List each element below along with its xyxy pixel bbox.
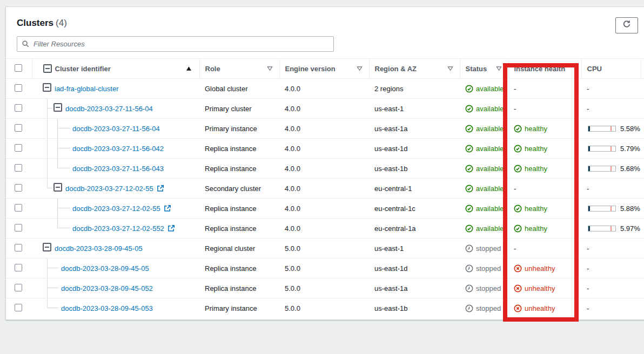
- row-checkbox[interactable]: [15, 84, 22, 92]
- check-circle-icon: [465, 205, 473, 213]
- status-text: available: [476, 85, 504, 93]
- row-checkbox[interactable]: [15, 224, 22, 232]
- cluster-identifier-link[interactable]: docdb-2023-03-28-09-45-05: [61, 264, 149, 273]
- tree-connector-vertical: [47, 298, 48, 308]
- row-checkbox[interactable]: [15, 164, 22, 172]
- table-row: docdb-2023-03-27-11-56-04Primary cluster…: [6, 99, 644, 119]
- tree-connector-horizontal: [57, 148, 70, 148]
- cpu-bar: [588, 166, 616, 172]
- status-badge: available: [460, 125, 508, 133]
- cluster-identifier-link[interactable]: docdb-2023-03-28-09-45-05: [55, 244, 143, 253]
- instance-health-empty: -: [508, 239, 581, 258]
- sort-icon[interactable]: [496, 65, 502, 73]
- status-text: available: [476, 224, 504, 233]
- overflow-cell: [641, 298, 644, 318]
- table-row: docdb-2023-03-28-09-45-053Primary instan…: [6, 298, 644, 318]
- check-circle-icon: [465, 105, 473, 113]
- tree-connector-vertical: [47, 278, 48, 298]
- cpu-threshold-tick: [611, 226, 612, 231]
- identifier-wrap: docdb-2023-03-28-09-45-053: [61, 298, 153, 318]
- table-header-row: Cluster identifier Role Engine version R…: [6, 59, 644, 79]
- collapse-row-toggle[interactable]: [53, 183, 62, 192]
- row-checkbox[interactable]: [15, 104, 22, 112]
- cpu-meter: 5.88%: [581, 205, 641, 213]
- cpu-threshold-tick: [611, 206, 612, 211]
- row-checkbox[interactable]: [15, 244, 22, 251]
- check-circle-icon: [465, 85, 473, 93]
- instance-health-empty: -: [508, 79, 581, 99]
- tree-cell: docdb-2023-03-27-11-56-043: [32, 159, 199, 178]
- cluster-identifier-link[interactable]: docdb-2023-03-27-11-56-04: [72, 125, 160, 133]
- instance-health-badge: healthy: [508, 224, 581, 233]
- status-badge: stopped: [460, 284, 508, 292]
- overflow-cell: [641, 159, 644, 179]
- cluster-identifier-link[interactable]: docdb-2023-03-27-11-56-043: [72, 165, 164, 173]
- column-header-role[interactable]: Role: [205, 65, 220, 73]
- x-circle-icon: [514, 304, 522, 312]
- cluster-identifier-link[interactable]: docdb-2023-03-28-09-45-052: [61, 284, 153, 292]
- cluster-identifier-link[interactable]: docdb-2023-03-27-11-56-04: [65, 105, 153, 113]
- identifier-wrap: docdb-2023-03-28-09-45-05: [55, 239, 143, 258]
- overflow-cell: [641, 258, 644, 278]
- region-value: us-east-1d: [374, 145, 407, 153]
- check-circle-icon: [514, 224, 522, 233]
- filter-input[interactable]: [17, 36, 334, 52]
- tree-guide-line: [47, 159, 48, 178]
- cluster-identifier-link[interactable]: docdb-2023-03-28-09-45-053: [61, 304, 153, 312]
- filter-container: [17, 36, 334, 52]
- instance-health-empty: -: [508, 99, 581, 119]
- status-badge: stopped: [460, 304, 508, 312]
- row-checkbox[interactable]: [15, 124, 22, 132]
- tree-connector-vertical: [47, 179, 48, 188]
- tree-cell: docdb-2023-03-27-12-02-55: [32, 199, 199, 218]
- overflow-cell: [641, 278, 644, 298]
- region-value: eu-central-1c: [374, 205, 415, 213]
- column-header-status[interactable]: Status: [466, 65, 487, 73]
- check-circle-icon: [514, 125, 522, 133]
- status-badge: available: [460, 145, 508, 153]
- refresh-button[interactable]: [615, 17, 638, 33]
- cluster-identifier-link[interactable]: docdb-2023-03-27-12-02-55: [65, 185, 153, 193]
- cluster-identifier-link[interactable]: docdb-2023-03-27-12-02-55: [72, 205, 160, 213]
- row-checkbox[interactable]: [15, 184, 22, 192]
- clock-icon: [465, 304, 473, 312]
- engine-value: 5.0.0: [285, 264, 300, 273]
- column-header-cluster-identifier[interactable]: Cluster identifier: [55, 65, 111, 73]
- collapse-all-toggle[interactable]: [43, 64, 52, 73]
- identifier-wrap: iad-fra-global-cluster: [55, 79, 119, 98]
- column-header-region-az[interactable]: Region & AZ: [375, 65, 417, 73]
- engine-value: 4.0.0: [285, 205, 300, 213]
- tree-cell: iad-fra-global-cluster: [32, 79, 199, 98]
- cluster-identifier-link[interactable]: docdb-2023-03-27-12-02-552: [72, 224, 164, 233]
- cluster-identifier-link[interactable]: docdb-2023-03-27-11-56-042: [72, 145, 164, 153]
- row-checkbox[interactable]: [15, 304, 22, 311]
- column-header-engine-version[interactable]: Engine version: [285, 65, 336, 73]
- row-checkbox[interactable]: [15, 204, 22, 212]
- select-all-checkbox[interactable]: [15, 64, 22, 72]
- tree-connector-horizontal: [57, 168, 70, 168]
- row-checkbox[interactable]: [15, 264, 22, 271]
- status-text: available: [476, 125, 504, 133]
- tree-connector-horizontal: [47, 268, 59, 268]
- collapse-row-toggle[interactable]: [43, 83, 51, 92]
- check-circle-icon: [514, 205, 522, 213]
- tree-connector-horizontal: [47, 108, 52, 108]
- page-title: Clusters: [17, 18, 53, 28]
- tree-cell: docdb-2023-03-27-11-56-04: [32, 119, 199, 138]
- row-checkbox[interactable]: [15, 284, 22, 291]
- sort-ascending-icon[interactable]: [186, 65, 192, 73]
- tree-connector-vertical: [57, 139, 58, 158]
- overflow-cell: [641, 79, 644, 99]
- sort-icon[interactable]: [447, 65, 453, 73]
- engine-value: 4.0.0: [285, 125, 300, 133]
- region-value: eu-central-1: [374, 185, 412, 193]
- collapse-row-toggle[interactable]: [53, 103, 62, 112]
- cluster-identifier-link[interactable]: iad-fra-global-cluster: [55, 85, 119, 93]
- row-checkbox[interactable]: [15, 144, 22, 152]
- instance-health-badge: unhealthy: [508, 284, 581, 292]
- collapse-row-toggle[interactable]: [43, 243, 51, 251]
- instance-health-badge: unhealthy: [508, 264, 581, 273]
- engine-value: 5.0.0: [285, 304, 300, 312]
- sort-icon[interactable]: [357, 65, 363, 73]
- sort-icon[interactable]: [267, 65, 273, 73]
